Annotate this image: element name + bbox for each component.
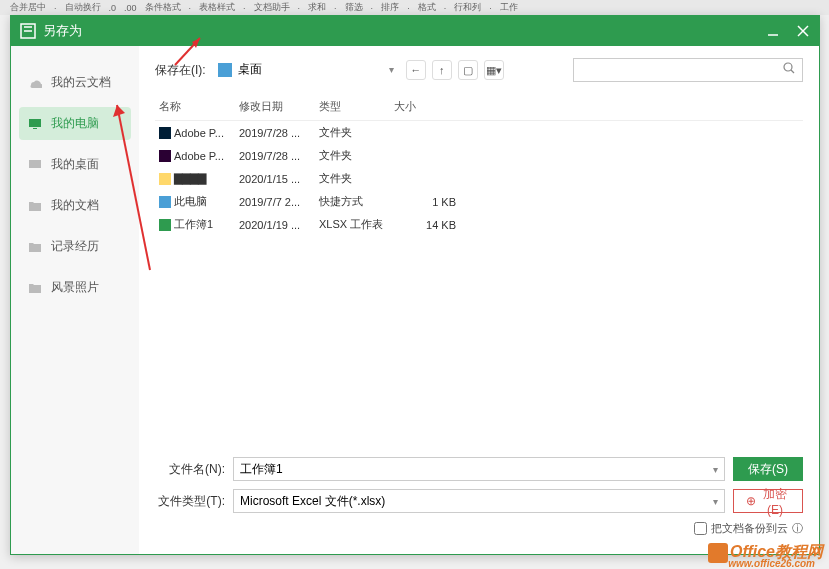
sidebar-label: 我的桌面 bbox=[51, 156, 99, 173]
watermark-url: www.office26.com bbox=[728, 558, 815, 569]
ps-icon bbox=[159, 127, 171, 139]
encrypt-button[interactable]: ⊕ 加密(E) bbox=[733, 489, 803, 513]
save-as-dialog: 另存为 我的云文档 我的电脑 我的桌面 bbox=[10, 15, 820, 555]
svg-line-8 bbox=[791, 70, 794, 73]
filetype-dropdown[interactable]: Microsoft Excel 文件(*.xlsx) ▾ bbox=[233, 489, 725, 513]
filename-label: 文件名(N): bbox=[155, 461, 225, 478]
computer-icon bbox=[27, 116, 43, 132]
backup-checkbox[interactable] bbox=[694, 522, 707, 535]
office-icon bbox=[708, 543, 728, 563]
chevron-down-icon: ▾ bbox=[713, 496, 718, 507]
back-button[interactable]: ← bbox=[406, 60, 426, 80]
sidebar-item-documents[interactable]: 我的文档 bbox=[11, 189, 139, 222]
folder-icon bbox=[27, 239, 43, 255]
file-row[interactable]: ▇▇▇▇ 2020/1/15 ... 文件夹 bbox=[155, 167, 803, 190]
file-list-header[interactable]: 名称 修改日期 类型 大小 bbox=[155, 93, 803, 121]
app-icon bbox=[19, 22, 37, 40]
folder-icon bbox=[27, 198, 43, 214]
path-row: 保存在(I): 桌面 ▾ ← ↑ ▢ ▦▾ bbox=[155, 58, 803, 82]
sidebar-item-photos[interactable]: 风景照片 bbox=[11, 271, 139, 304]
sidebar-label: 风景照片 bbox=[51, 279, 99, 296]
minimize-button[interactable] bbox=[765, 23, 781, 39]
lock-icon: ⊕ bbox=[746, 494, 756, 508]
desktop-icon bbox=[218, 63, 232, 77]
bottom-panel: 文件名(N): 工作簿1 ▾ 保存(S) 文件类型(T): Microsoft … bbox=[155, 451, 803, 542]
sidebar-item-records[interactable]: 记录经历 bbox=[11, 230, 139, 263]
search-icon bbox=[782, 61, 796, 79]
col-name[interactable]: 名称 bbox=[155, 97, 235, 116]
folder-icon bbox=[27, 280, 43, 296]
file-row[interactable]: Adobe P... 2019/7/28 ... 文件夹 bbox=[155, 121, 803, 144]
watermark: Office教程网 www.office26.com bbox=[708, 542, 823, 563]
col-type[interactable]: 类型 bbox=[315, 97, 390, 116]
up-button[interactable]: ↑ bbox=[432, 60, 452, 80]
folder-icon bbox=[159, 173, 171, 185]
file-row[interactable]: 此电脑 2019/7/7 2... 快捷方式 1 KB bbox=[155, 190, 803, 213]
location-value: 桌面 bbox=[238, 61, 262, 78]
save-button[interactable]: 保存(S) bbox=[733, 457, 803, 481]
dialog-title: 另存为 bbox=[43, 22, 765, 40]
sidebar-item-cloud[interactable]: 我的云文档 bbox=[11, 66, 139, 99]
close-button[interactable] bbox=[795, 23, 811, 39]
file-list: 名称 修改日期 类型 大小 Adobe P... 2019/7/28 ... 文… bbox=[155, 92, 803, 451]
filetype-label: 文件类型(T): bbox=[155, 493, 225, 510]
search-input[interactable] bbox=[580, 63, 782, 77]
pr-icon bbox=[159, 150, 171, 162]
filename-input[interactable]: 工作簿1 ▾ bbox=[233, 457, 725, 481]
location-dropdown[interactable]: 桌面 ▾ bbox=[214, 59, 394, 81]
sidebar-label: 我的电脑 bbox=[51, 115, 99, 132]
sidebar-item-computer[interactable]: 我的电脑 bbox=[19, 107, 131, 140]
sidebar-label: 我的云文档 bbox=[51, 74, 111, 91]
sidebar-item-desktop[interactable]: 我的桌面 bbox=[11, 148, 139, 181]
save-in-label: 保存在(I): bbox=[155, 62, 206, 79]
backup-checkbox-row[interactable]: 把文档备份到云 ⓘ bbox=[155, 521, 803, 536]
info-icon: ⓘ bbox=[792, 521, 803, 536]
svg-rect-4 bbox=[29, 119, 41, 127]
backup-label: 把文档备份到云 bbox=[711, 521, 788, 536]
file-row[interactable]: Adobe P... 2019/7/28 ... 文件夹 bbox=[155, 144, 803, 167]
sidebar-label: 我的文档 bbox=[51, 197, 99, 214]
titlebar: 另存为 bbox=[11, 16, 819, 46]
cloud-icon bbox=[27, 75, 43, 91]
file-row[interactable]: 工作簿1 2020/1/19 ... XLSX 工作表 14 KB bbox=[155, 213, 803, 236]
xlsx-icon bbox=[159, 219, 171, 231]
svg-point-7 bbox=[784, 63, 792, 71]
chevron-down-icon: ▾ bbox=[713, 464, 718, 475]
view-button[interactable]: ▦▾ bbox=[484, 60, 504, 80]
desktop-icon bbox=[27, 157, 43, 173]
col-size[interactable]: 大小 bbox=[390, 97, 460, 116]
pc-icon bbox=[159, 196, 171, 208]
svg-rect-6 bbox=[29, 160, 41, 168]
background-ribbon: 合并居中· 自动换行 .0 .00 条件格式· 表格样式· 文档助手· 求和· … bbox=[0, 0, 829, 15]
col-date[interactable]: 修改日期 bbox=[235, 97, 315, 116]
svg-rect-5 bbox=[33, 128, 37, 129]
search-box[interactable] bbox=[573, 58, 803, 82]
main-panel: 保存在(I): 桌面 ▾ ← ↑ ▢ ▦▾ bbox=[139, 46, 819, 554]
new-folder-button[interactable]: ▢ bbox=[458, 60, 478, 80]
sidebar-label: 记录经历 bbox=[51, 238, 99, 255]
sidebar: 我的云文档 我的电脑 我的桌面 我的文档 记录经历 风景照片 bbox=[11, 46, 139, 554]
chevron-down-icon: ▾ bbox=[389, 64, 394, 75]
